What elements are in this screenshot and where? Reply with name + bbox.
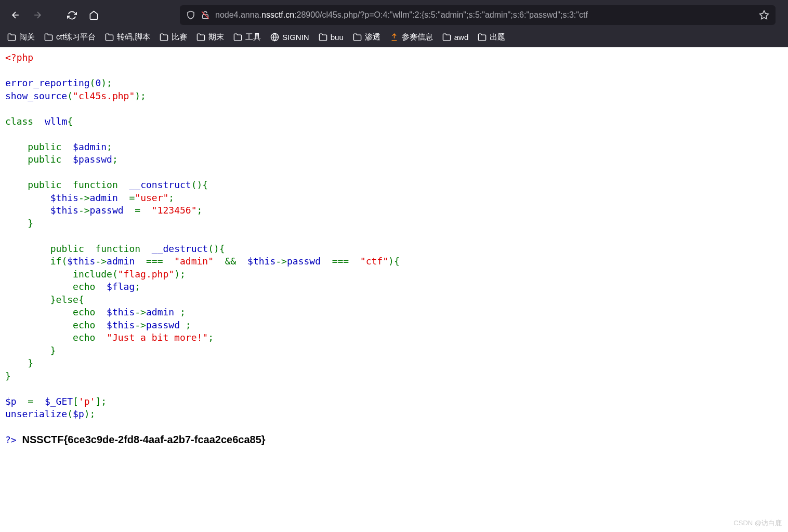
arrow-right-icon — [32, 10, 43, 20]
back-button[interactable] — [7, 7, 24, 23]
url-text: node4.anna.nssctf.cn:28900/cl45s.php/?p=… — [215, 10, 754, 20]
page-content: <?php error_reporting(0); show_source("c… — [0, 47, 788, 457]
bookmark-item[interactable]: 转码,脚本 — [105, 32, 150, 42]
folder-icon — [353, 33, 362, 42]
flag-output: NSSCTF{6ce3c9de-2fd8-4aaf-a2b7-fcaa2ce6c… — [22, 434, 266, 445]
bookmark-item[interactable]: 期末 — [196, 32, 224, 42]
php-source: <?php error_reporting(0); show_source("c… — [5, 51, 783, 447]
nav-row: node4.anna.nssctf.cn:28900/cl45s.php/?p=… — [0, 0, 788, 30]
bookmark-item[interactable]: awd — [442, 33, 469, 42]
home-button[interactable] — [85, 7, 102, 23]
bookmark-item[interactable]: 比赛 — [160, 32, 187, 42]
browser-chrome: node4.anna.nssctf.cn:28900/cl45s.php/?p=… — [0, 0, 788, 47]
folder-icon — [105, 33, 114, 42]
folder-icon — [478, 33, 487, 42]
arrow-left-icon — [10, 10, 21, 20]
upload-icon — [390, 33, 399, 42]
star-icon[interactable] — [759, 10, 769, 20]
url-bar[interactable]: node4.anna.nssctf.cn:28900/cl45s.php/?p=… — [180, 5, 776, 25]
folder-icon — [233, 33, 242, 42]
folder-icon — [319, 33, 327, 42]
reload-button[interactable] — [63, 7, 80, 23]
folder-icon — [44, 33, 53, 42]
bookmark-item[interactable]: 参赛信息 — [390, 32, 433, 42]
shield-icon — [186, 10, 195, 20]
folder-icon — [160, 33, 168, 42]
home-icon — [89, 10, 99, 20]
lock-insecure-icon — [201, 10, 210, 20]
folder-icon — [196, 33, 205, 42]
reload-icon — [67, 10, 77, 20]
folder-icon — [442, 33, 451, 42]
bookmark-item[interactable]: 渗透 — [353, 32, 380, 42]
bookmark-item[interactable]: 工具 — [233, 32, 261, 42]
svg-marker-2 — [760, 11, 769, 19]
forward-button[interactable] — [29, 7, 46, 23]
bookmark-bar: 闯关 ctf练习平台 转码,脚本 比赛 期末 工具 SIGNIN buu 渗透 … — [0, 30, 788, 47]
bookmark-item[interactable]: 闯关 — [7, 32, 35, 42]
bookmark-item[interactable]: buu — [319, 33, 344, 42]
bookmark-item[interactable]: SIGNIN — [270, 33, 309, 42]
bookmark-item[interactable]: 出题 — [478, 32, 505, 42]
bookmark-item[interactable]: ctf练习平台 — [44, 32, 96, 42]
globe-icon — [270, 33, 279, 42]
folder-icon — [7, 33, 16, 42]
